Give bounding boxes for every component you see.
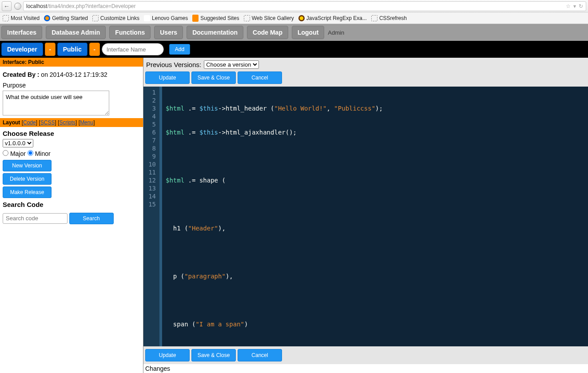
nav-codemap[interactable]: Code Map [247, 26, 288, 39]
code-editor[interactable]: 123456789101112131415 $html .= $this->ht… [143, 87, 588, 346]
version-type-radios: Major Minor [3, 150, 140, 157]
browser-url-bar: ← localhost/tina4/index.php?interface=De… [0, 0, 588, 12]
layout-tabs: Layout [Code] [SCSS] [Scripts] [Menu] [0, 118, 143, 127]
bookmark-icon [192, 15, 199, 22]
bookmark-customize-links[interactable]: Customize Links [92, 15, 139, 21]
back-button[interactable]: ← [2, 1, 12, 11]
developer-remove-button[interactable]: - [45, 43, 56, 56]
globe-icon [14, 3, 21, 10]
public-remove-button[interactable]: - [89, 43, 100, 56]
bookmark-icon [144, 15, 150, 21]
code-content[interactable]: $html .= $this->html_header ("Hello Worl… [162, 87, 386, 346]
layout-scripts-link[interactable]: Scripts [59, 119, 75, 126]
main-area: Interface: Public Created By : on 2014-0… [0, 58, 588, 373]
nav-logout[interactable]: Logout [292, 26, 324, 39]
update-button-top[interactable]: Update [145, 71, 190, 84]
search-code-header: Search Code [3, 201, 140, 208]
bookmark-icon [244, 15, 250, 21]
admin-label: Admin [328, 29, 344, 36]
cancel-button-bottom[interactable]: Cancel [238, 349, 282, 361]
developer-button[interactable]: Developer [1, 43, 43, 56]
line-gutter: 123456789101112131415 [143, 87, 159, 346]
nav-interfaces[interactable]: Interfaces [1, 26, 42, 39]
bookmark-web-slice[interactable]: Web Slice Gallery [244, 15, 294, 21]
bookmark-suggested-sites[interactable]: Suggested Sites [192, 15, 239, 22]
bookmark-icon [92, 15, 99, 21]
url-path: /tina4/index.php?interface=Developer [47, 3, 135, 9]
bookmark-icon [298, 15, 305, 21]
reload-icon[interactable]: ↻ [579, 3, 583, 9]
changes-label: Changes [143, 364, 588, 373]
previous-versions-row: Previous Versions: Choose a version [143, 58, 588, 71]
cancel-button-top[interactable]: Cancel [238, 71, 282, 84]
layout-scss-link[interactable]: SCSS [40, 119, 55, 126]
bookmark-icon [3, 15, 9, 21]
bookmark-js-regexp[interactable]: JavaScript RegExp Exa... [298, 15, 367, 21]
version-select[interactable]: Choose a version [204, 60, 259, 69]
bookmark-most-visited[interactable]: Most Visited [3, 15, 40, 21]
editor-actions-bottom: Update Save & Close Cancel [143, 346, 588, 364]
save-close-button-bottom[interactable]: Save & Close [191, 349, 236, 361]
bookmarks-bar: Most Visited Getting Started Customize L… [0, 12, 588, 24]
purpose-label: Purpose [3, 82, 140, 89]
nav-documentation[interactable]: Documentation [187, 26, 243, 39]
bookmark-lenovo-games[interactable]: Lenovo Games [144, 15, 188, 21]
bookmark-star-icon[interactable]: ☆ [566, 3, 571, 9]
layout-code-link[interactable]: Code [23, 119, 36, 126]
firefox-icon [44, 15, 50, 21]
make-release-button[interactable]: Make Release [3, 186, 52, 198]
purpose-textarea[interactable]: What the outside user will see [3, 91, 109, 115]
sidebar: Interface: Public Created By : on 2014-0… [0, 58, 143, 373]
main-nav: Interfaces Database Admin Functions User… [0, 24, 588, 41]
dropdown-icon[interactable]: ▾ [573, 3, 576, 9]
url-host: localhost [26, 3, 47, 9]
bookmark-icon [371, 15, 377, 21]
nav-users[interactable]: Users [154, 26, 183, 39]
url-input[interactable]: localhost/tina4/index.php?interface=Deve… [23, 1, 586, 11]
major-radio[interactable]: Major [3, 150, 26, 157]
search-button[interactable]: Search [69, 213, 114, 224]
release-header: Choose Release [3, 130, 140, 137]
editor-panel: Previous Versions: Choose a version Upda… [143, 58, 588, 373]
layout-menu-link[interactable]: Menu [80, 119, 93, 126]
save-close-button-top[interactable]: Save & Close [191, 71, 236, 84]
public-button[interactable]: Public [57, 43, 87, 56]
bookmark-getting-started[interactable]: Getting Started [44, 15, 88, 21]
url-right-icons: ☆▾↻ [566, 3, 583, 9]
delete-version-button[interactable]: Delete Version [3, 173, 52, 185]
add-button[interactable]: Add [169, 44, 190, 55]
interface-header: Interface: Public [0, 58, 143, 67]
search-code-input[interactable] [3, 213, 68, 224]
nav-functions[interactable]: Functions [109, 26, 151, 39]
created-by: Created By : on 2014-03-12 17:19:32 [3, 71, 140, 78]
new-version-button[interactable]: New Version [3, 160, 52, 171]
update-button-bottom[interactable]: Update [145, 349, 190, 361]
interface-name-input[interactable] [102, 43, 164, 56]
previous-versions-label: Previous Versions: [146, 61, 201, 68]
interface-toolbar: Developer - Public - Add [0, 41, 588, 58]
bookmark-cssrefresh[interactable]: CSSrefresh [371, 15, 407, 21]
release-select[interactable]: v1.0.0.0 [3, 139, 33, 147]
minor-radio[interactable]: Minor [28, 150, 51, 157]
nav-database-admin[interactable]: Database Admin [46, 26, 106, 39]
editor-actions-top: Update Save & Close Cancel [143, 71, 588, 87]
